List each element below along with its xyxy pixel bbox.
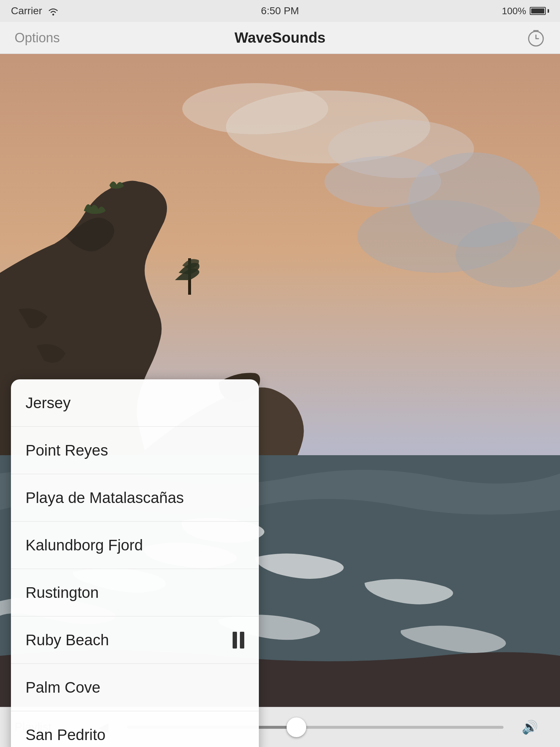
pause-bar-right bbox=[240, 632, 244, 649]
playlist-item-name-ruby-beach: Ruby Beach bbox=[26, 631, 109, 649]
playlist-item-ruby-beach[interactable]: Ruby Beach bbox=[11, 616, 259, 664]
timer-icon[interactable] bbox=[526, 28, 545, 47]
carrier-label: Carrier bbox=[11, 5, 42, 17]
nav-bar: Options WaveSounds bbox=[0, 22, 560, 54]
playlist-item-playa-de-matalascanas[interactable]: Playa de Matalascañas bbox=[11, 474, 259, 522]
playlist-item-name-playa-de-matalascanas: Playa de Matalascañas bbox=[26, 489, 184, 507]
playlist-item-name-san-pedrito: San Pedrito bbox=[26, 726, 105, 744]
volume-thumb[interactable] bbox=[287, 717, 306, 737]
playlist-panel: JerseyPoint ReyesPlaya de MatalascañasKa… bbox=[11, 379, 259, 747]
wifi-icon bbox=[47, 6, 59, 16]
playlist-item-kalundborg-fjord[interactable]: Kalundborg Fjord bbox=[11, 522, 259, 569]
playlist-item-san-pedrito[interactable]: San Pedrito bbox=[11, 711, 259, 747]
playlist-item-name-jersey: Jersey bbox=[26, 394, 71, 412]
playlist-item-name-point-reyes: Point Reyes bbox=[26, 442, 108, 459]
playlist-item-point-reyes[interactable]: Point Reyes bbox=[11, 427, 259, 474]
playlist-item-name-palm-cove: Palm Cove bbox=[26, 679, 100, 696]
playlist-item-name-kalundborg-fjord: Kalundborg Fjord bbox=[26, 537, 143, 554]
status-left: Carrier bbox=[11, 5, 59, 17]
status-right: 100% bbox=[502, 5, 549, 17]
pause-icon[interactable] bbox=[233, 632, 244, 649]
playlist-item-palm-cove[interactable]: Palm Cove bbox=[11, 664, 259, 711]
status-time: 6:50 PM bbox=[261, 5, 299, 17]
svg-point-9 bbox=[324, 156, 441, 207]
battery-icon bbox=[530, 7, 549, 15]
volume-high-icon: 🔊 bbox=[522, 720, 538, 735]
playlist-item-rustington[interactable]: Rustington bbox=[11, 569, 259, 616]
options-button[interactable]: Options bbox=[15, 30, 60, 46]
playlist-item-jersey[interactable]: Jersey bbox=[11, 379, 259, 427]
pause-bar-left bbox=[233, 632, 237, 649]
playlist-item-name-rustington: Rustington bbox=[26, 584, 99, 601]
svg-point-0 bbox=[52, 14, 54, 16]
app-title: WaveSounds bbox=[234, 30, 326, 46]
svg-point-5 bbox=[182, 83, 328, 134]
battery-percent: 100% bbox=[502, 5, 526, 17]
svg-point-8 bbox=[456, 222, 560, 287]
status-bar: Carrier 6:50 PM 100% bbox=[0, 0, 560, 22]
